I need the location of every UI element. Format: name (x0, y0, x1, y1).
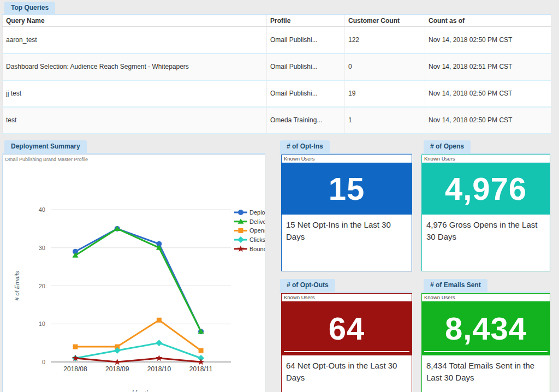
table-row[interactable]: test Omeda Training... 1 Nov 14, 2018 02… (3, 107, 551, 134)
opens-description: 4,976 Gross Opens in the Last 30 Days (422, 215, 550, 247)
opt-ins-value-box: 15 (282, 163, 412, 215)
y-tick-label: 30 (39, 245, 45, 251)
deployment-summary-tabstrip: Deployment Summary (2, 141, 265, 154)
cell-query-name: Dashboard Selection: Audience Reach Segm… (3, 54, 267, 80)
cell-profile: Omail Publishi... (267, 80, 345, 107)
emails-sent-subtitle: Known Users (422, 294, 550, 301)
chart-subtitle: Omail Publishing Brand Master Profile (5, 157, 88, 162)
legend-item-delivered[interactable]: Delivered (234, 218, 265, 225)
cell-customer-count: 1 (345, 107, 425, 134)
cell-count-as-of: Nov 14, 2018 02:50 PM CST (425, 27, 551, 54)
cell-query-name: aaron_test (3, 27, 267, 54)
series-marker-star (114, 359, 121, 365)
series-marker-square (73, 345, 78, 349)
cell-query-name: test (3, 107, 267, 134)
top-queries-table: Query Name Profile Customer Count Count … (2, 15, 551, 134)
column-header-count-as-of[interactable]: Count as of (425, 15, 551, 27)
opt-ins-value: 15 (329, 173, 365, 205)
series-marker-square (157, 318, 162, 323)
x-tick-label: 2018/11 (189, 365, 213, 373)
tab-deployment-summary[interactable]: Deployment Summary (4, 140, 87, 153)
legend-label: Opens (249, 227, 265, 234)
cell-profile: Omeda Training... (267, 107, 345, 134)
opens-value-box: 4,976 (422, 163, 550, 215)
column-header-profile[interactable]: Profile (267, 15, 345, 27)
series-marker-star (237, 245, 244, 252)
series-marker-square (239, 228, 243, 233)
cell-count-as-of: Nov 14, 2018 02:51 PM CST (425, 54, 551, 80)
opens-value: 4,976 (445, 173, 527, 205)
series-marker-circle (238, 210, 243, 215)
table-row[interactable]: Dashboard Selection: Audience Reach Segm… (3, 54, 551, 80)
tab-emails-sent[interactable]: # of Emails Sent (424, 279, 487, 292)
value-box-axis-line (424, 351, 548, 352)
series-marker-diamond (237, 236, 244, 243)
legend-label: Delivered (249, 218, 265, 225)
x-axis-title: Month (132, 389, 150, 391)
emails-sent-value-box: 8,434 (422, 301, 550, 355)
tab-opens[interactable]: # of Opens (424, 140, 471, 153)
column-header-query-name[interactable]: Query Name (3, 15, 267, 27)
legend-item-clicks[interactable]: Clicks (234, 236, 265, 243)
opt-ins-tabstrip: # of Opt-Ins (280, 141, 412, 154)
y-tick-label: 20 (39, 283, 45, 289)
opt-outs-tabstrip: # of Opt-Outs (280, 280, 412, 293)
opt-outs-value: 64 (329, 313, 365, 345)
series-marker-star (156, 355, 162, 361)
cell-query-name: jj test (3, 80, 267, 107)
legend-item-opens[interactable]: Opens (234, 227, 265, 234)
cell-count-as-of: Nov 14, 2018 02:50 PM CST (425, 80, 551, 107)
series-line-bounces (75, 358, 201, 362)
opt-ins-panel: Known Users 15 15 Net Opt-Ins in the Las… (281, 155, 412, 271)
opt-outs-value-box: 64 (282, 301, 412, 355)
value-box-axis-line (284, 351, 409, 352)
legend-label: Deployed (249, 209, 265, 216)
emails-sent-panel: Known Users 8,434 8,434 Total Emails Sen… (421, 293, 550, 392)
table-row[interactable]: jj test Omail Publishi... 19 Nov 14, 201… (3, 80, 551, 107)
deployment-summary-chart: 0102030402018/082018/092018/102018/11# o… (3, 155, 265, 391)
column-header-customer-count[interactable]: Customer Count (345, 15, 425, 27)
emails-sent-value: 8,434 (445, 313, 527, 345)
tab-top-queries[interactable]: Top Queries (4, 2, 55, 14)
cell-profile: Omail Publishi... (267, 54, 345, 80)
x-tick-label: 2018/08 (63, 365, 87, 373)
y-axis-title: # of Emails (14, 271, 20, 301)
series-line-delivered (75, 229, 201, 331)
y-tick-label: 40 (39, 206, 45, 213)
table-row[interactable]: aaron_test Omail Publishi... 122 Nov 14,… (3, 27, 551, 54)
opens-tabstrip: # of Opens (421, 141, 550, 154)
cell-customer-count: 0 (345, 54, 425, 80)
top-queries-tabstrip: Top Queries (2, 2, 551, 15)
opens-subtitle: Known Users (422, 155, 550, 163)
cell-customer-count: 122 (345, 27, 425, 54)
legend-item-bounces[interactable]: Bounces (234, 245, 265, 252)
emails-sent-description: 8,434 Total Emails Sent in the Last 30 D… (422, 355, 550, 388)
y-tick-label: 0 (42, 359, 45, 365)
opt-ins-subtitle: Known Users (282, 155, 412, 163)
cell-customer-count: 19 (345, 80, 425, 107)
opt-ins-description: 15 Net Opt-Ins in the Last 30 Days (282, 215, 412, 247)
tab-opt-ins[interactable]: # of Opt-Ins (280, 140, 330, 153)
legend-label: Clicks (249, 236, 265, 243)
series-marker-diamond (156, 340, 162, 346)
cell-count-as-of: Nov 14, 2018 02:50 PM CST (425, 107, 551, 134)
tab-opt-outs[interactable]: # of Opt-Outs (280, 279, 335, 292)
y-tick-label: 10 (39, 320, 45, 327)
emails-sent-tabstrip: # of Emails Sent (421, 280, 550, 293)
opt-outs-panel: Known Users 64 64 Net Opt-Outs in the La… (281, 293, 412, 392)
series-line-clicks (75, 343, 201, 358)
x-tick-label: 2018/10 (147, 365, 171, 373)
deployment-summary-panel: 0102030402018/082018/092018/102018/11# o… (2, 155, 265, 392)
x-tick-label: 2018/09 (105, 365, 129, 373)
legend-label: Bounces (249, 246, 265, 252)
series-marker-star (198, 359, 204, 365)
series-marker-square (199, 348, 204, 353)
opt-outs-description: 64 Net Opt-Outs in the Last 30 Days (282, 355, 412, 388)
opt-outs-subtitle: Known Users (282, 294, 412, 301)
cell-profile: Omail Publishi... (267, 27, 345, 54)
opens-panel: Known Users 4,976 4,976 Gross Opens in t… (421, 155, 550, 271)
legend-item-deployed[interactable]: Deployed (234, 209, 265, 216)
table-header-row: Query Name Profile Customer Count Count … (3, 15, 551, 27)
